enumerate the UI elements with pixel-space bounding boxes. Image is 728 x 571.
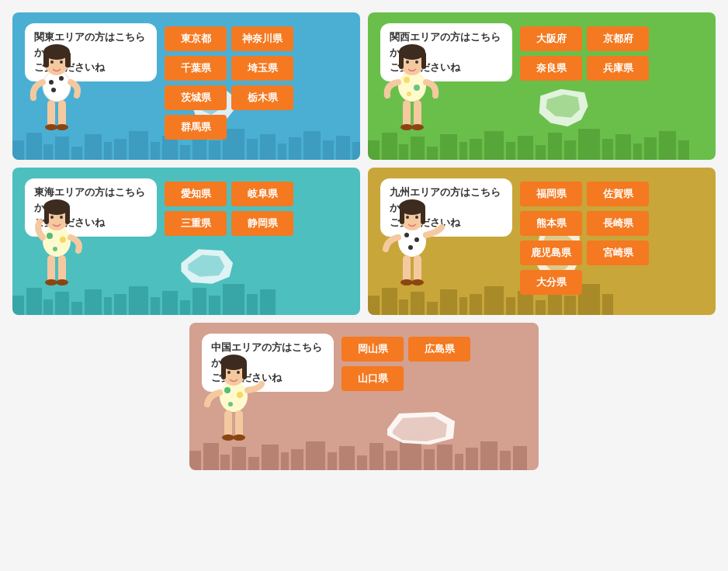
pref-btn-kanagawa[interactable]: 神奈川県 bbox=[231, 26, 293, 51]
tokai-character bbox=[24, 195, 90, 307]
pref-btn-oita[interactable]: 大分県 bbox=[520, 270, 582, 295]
chugoku-buttons: 岡山県 広島県 山口県 bbox=[341, 334, 526, 398]
svg-point-101 bbox=[45, 279, 57, 286]
pref-btn-tokyo[interactable]: 東京都 bbox=[165, 26, 227, 51]
tokai-buttons: 愛知県 岐阜県 三重県 静岡県 bbox=[165, 178, 348, 243]
pref-btn-ibaraki[interactable]: 茨城県 bbox=[165, 85, 227, 110]
svg-point-122 bbox=[408, 245, 413, 250]
svg-rect-53 bbox=[615, 134, 631, 160]
chugoku-character bbox=[201, 350, 267, 462]
svg-rect-125 bbox=[400, 207, 404, 224]
pref-btn-gifu[interactable]: 岐阜県 bbox=[231, 182, 293, 206]
svg-rect-99 bbox=[47, 255, 55, 282]
svg-point-25 bbox=[59, 76, 64, 81]
svg-rect-56 bbox=[659, 131, 676, 160]
svg-rect-17 bbox=[278, 144, 286, 160]
pref-btn-aichi[interactable]: 愛知県 bbox=[165, 182, 227, 206]
svg-rect-112 bbox=[506, 297, 515, 315]
svg-rect-162 bbox=[242, 362, 247, 379]
pref-btn-shizuoka[interactable]: 静岡県 bbox=[231, 211, 293, 236]
kyushu-character bbox=[380, 195, 445, 307]
svg-rect-100 bbox=[58, 255, 66, 282]
svg-rect-49 bbox=[548, 133, 562, 160]
svg-point-168 bbox=[233, 434, 245, 441]
pref-btn-kyoto[interactable]: 京都府 bbox=[587, 26, 649, 51]
svg-rect-68 bbox=[403, 100, 411, 127]
svg-rect-142 bbox=[328, 452, 337, 470]
pref-btn-chiba[interactable]: 千葉県 bbox=[165, 56, 227, 81]
svg-rect-103 bbox=[368, 296, 380, 315]
kyushu-region-card: 九州エリアの方はこちらから ご覧くださいね 福岡県 佐賀県 熊本県 長崎県 鹿児… bbox=[368, 168, 716, 315]
pref-btn-gunma[interactable]: 群馬県 bbox=[165, 115, 227, 140]
svg-rect-148 bbox=[424, 449, 435, 470]
svg-rect-33 bbox=[47, 100, 55, 127]
svg-rect-126 bbox=[421, 207, 425, 224]
svg-rect-37 bbox=[368, 140, 380, 160]
svg-rect-13 bbox=[209, 140, 220, 160]
svg-rect-133 bbox=[189, 451, 201, 470]
svg-point-97 bbox=[50, 216, 54, 219]
svg-point-31 bbox=[50, 61, 54, 64]
svg-point-164 bbox=[237, 371, 240, 374]
svg-point-66 bbox=[406, 61, 409, 64]
svg-rect-146 bbox=[386, 451, 397, 470]
svg-rect-52 bbox=[602, 139, 613, 160]
kanto-character bbox=[24, 40, 90, 152]
svg-rect-130 bbox=[414, 255, 421, 282]
svg-rect-29 bbox=[43, 52, 49, 67]
kansai-map bbox=[533, 82, 595, 137]
svg-rect-11 bbox=[180, 145, 190, 160]
svg-rect-47 bbox=[518, 136, 533, 160]
pref-btn-kagoshima[interactable]: 鹿児島県 bbox=[520, 241, 582, 265]
svg-rect-43 bbox=[459, 142, 467, 160]
pref-btn-hyogo[interactable]: 兵庫県 bbox=[587, 56, 649, 81]
svg-rect-114 bbox=[536, 300, 546, 315]
svg-point-36 bbox=[56, 124, 68, 130]
pref-btn-yamaguchi[interactable]: 山口県 bbox=[341, 366, 404, 391]
svg-rect-144 bbox=[357, 455, 367, 470]
svg-point-90 bbox=[47, 233, 53, 239]
svg-rect-140 bbox=[291, 449, 303, 470]
svg-rect-141 bbox=[306, 441, 325, 470]
pref-btn-saitama[interactable]: 埼玉県 bbox=[231, 56, 293, 81]
svg-point-35 bbox=[45, 124, 57, 130]
svg-rect-65 bbox=[421, 52, 426, 69]
svg-rect-85 bbox=[209, 296, 220, 315]
svg-point-61 bbox=[407, 92, 411, 96]
svg-rect-72 bbox=[12, 296, 24, 315]
pref-btn-saga[interactable]: 佐賀県 bbox=[587, 182, 649, 206]
svg-point-92 bbox=[53, 247, 57, 251]
svg-rect-69 bbox=[414, 100, 421, 127]
svg-point-167 bbox=[222, 434, 234, 441]
svg-rect-78 bbox=[104, 297, 112, 315]
pref-btn-hiroshima[interactable]: 広島県 bbox=[408, 337, 470, 362]
pref-btn-okayama[interactable]: 岡山県 bbox=[341, 337, 404, 362]
pref-btn-nagasaki[interactable]: 長崎県 bbox=[587, 211, 649, 236]
pref-btn-nara[interactable]: 奈良県 bbox=[520, 56, 582, 81]
pref-btn-miyazaki[interactable]: 宮崎県 bbox=[587, 241, 649, 265]
svg-rect-109 bbox=[459, 297, 467, 315]
pref-btn-mie[interactable]: 三重県 bbox=[165, 211, 227, 236]
svg-rect-154 bbox=[513, 446, 527, 470]
svg-rect-48 bbox=[536, 145, 546, 160]
pref-btn-fukuoka[interactable]: 福岡県 bbox=[520, 182, 582, 206]
svg-point-156 bbox=[224, 387, 231, 393]
svg-rect-20 bbox=[323, 140, 334, 160]
kansai-buttons: 大阪府 京都府 奈良県 兵庫県 bbox=[520, 23, 703, 88]
svg-rect-87 bbox=[247, 294, 258, 315]
svg-rect-55 bbox=[644, 137, 657, 160]
svg-rect-57 bbox=[678, 140, 689, 160]
svg-rect-83 bbox=[180, 300, 190, 315]
chugoku-region-card: 中国エリアの方はこちらから ご覧くださいね 岡山県 広島県 山口県 bbox=[189, 323, 539, 470]
svg-rect-46 bbox=[506, 142, 515, 160]
pref-btn-osaka[interactable]: 大阪府 bbox=[520, 26, 582, 51]
svg-point-59 bbox=[404, 77, 410, 83]
svg-rect-45 bbox=[484, 131, 504, 160]
svg-rect-30 bbox=[65, 52, 71, 67]
svg-rect-79 bbox=[114, 294, 127, 315]
svg-rect-129 bbox=[403, 255, 411, 282]
pref-btn-tochigi[interactable]: 栃木県 bbox=[231, 85, 293, 110]
kanto-region-card: 関東エリアの方はこちらから ご覧くださいね 東京都 神奈川県 千葉県 埼玉県 茨… bbox=[12, 12, 360, 160]
pref-btn-kumamoto[interactable]: 熊本県 bbox=[520, 211, 582, 236]
kansai-region-card: 関西エリアの方はこちらから ご覧くださいね 大阪府 京都府 奈良県 兵庫県 bbox=[368, 12, 716, 160]
